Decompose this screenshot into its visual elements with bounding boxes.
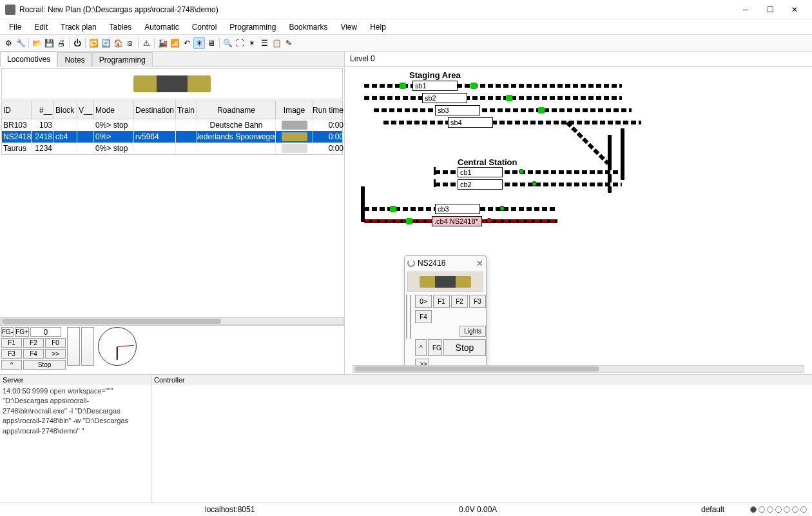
more-button[interactable]: >>	[45, 349, 66, 359]
tool-sun-icon[interactable]: ☀	[193, 37, 205, 49]
tool-search-icon[interactable]: 🔍	[222, 37, 233, 49]
tool-wrench-icon[interactable]: 🔧	[15, 37, 26, 49]
stop-button[interactable]: Stop	[23, 360, 66, 370]
block-sb3[interactable]: sb3	[435, 105, 480, 115]
col-mode[interactable]: Mode	[94, 101, 134, 119]
f3-button[interactable]: F3	[1, 349, 22, 359]
block-sb2[interactable]: sb2	[422, 93, 467, 103]
col-id[interactable]: ID	[2, 101, 32, 119]
tool-expand-icon[interactable]: ⛶	[234, 37, 246, 49]
table-row[interactable]: BR103 103 0%> stop Deutsche Bahn 0:00	[2, 119, 342, 131]
col-run[interactable]: Run time	[313, 101, 345, 119]
tool-home-icon[interactable]: 🏠	[112, 37, 124, 49]
dialog-stop-button[interactable]: Stop	[443, 339, 486, 356]
dialog-dir-button[interactable]: ^	[415, 339, 427, 356]
table-row[interactable]: NS2418 2418 cb4 0%> rv5964 Nederlands Sp…	[2, 131, 342, 143]
col-train[interactable]: Train	[176, 101, 197, 119]
col-dest[interactable]: Destination	[134, 101, 176, 119]
dialog-f4-button[interactable]: F4	[415, 310, 432, 323]
dialog-f3-button[interactable]: F3	[469, 295, 486, 308]
f2-button[interactable]: F2	[23, 338, 44, 348]
menu-edit[interactable]: Edit	[28, 21, 54, 33]
tool-monitor-icon[interactable]: 🖥	[206, 37, 217, 49]
tab-notes[interactable]: Notes	[57, 52, 92, 67]
track[interactable]	[364, 96, 622, 100]
tool-edit-icon[interactable]: ✎	[283, 37, 295, 49]
signal-icon[interactable]	[487, 218, 492, 223]
f4-button[interactable]: F4	[23, 349, 44, 359]
tool-save-icon[interactable]: 💾	[43, 37, 55, 49]
block-cb2[interactable]: cb2	[458, 179, 503, 190]
signal-icon[interactable]	[532, 181, 537, 186]
dialog-more-button[interactable]: >>	[415, 359, 429, 365]
block-sb4[interactable]: sb4	[448, 117, 493, 128]
dir-up-button[interactable]: ^	[1, 360, 22, 370]
track[interactable]	[566, 121, 610, 165]
track[interactable]	[374, 108, 632, 112]
tab-programming[interactable]: Programming	[92, 52, 153, 67]
block-cb1[interactable]: cb1	[458, 167, 503, 177]
controller-log[interactable]	[151, 385, 812, 502]
col-road[interactable]: Roadname	[197, 101, 276, 119]
tool-loco-icon[interactable]: 🚂	[157, 37, 168, 49]
col-img[interactable]: Image	[276, 101, 313, 119]
speed-slider[interactable]	[67, 327, 80, 366]
menu-tables[interactable]: Tables	[103, 21, 139, 33]
tool-power-icon[interactable]: ⏻	[72, 37, 83, 49]
block-sb1[interactable]: sb1	[412, 81, 458, 91]
switch-icon[interactable]	[470, 83, 477, 89]
switch-icon[interactable]	[400, 83, 406, 89]
tool-warning-icon[interactable]: ⚠	[140, 37, 152, 49]
plan-hscroll[interactable]	[353, 365, 804, 373]
tool-print-icon[interactable]: 🖨	[55, 37, 67, 49]
tool-wifi-icon[interactable]: 📶	[169, 37, 180, 49]
menu-help[interactable]: Help	[363, 21, 392, 33]
dialog-header[interactable]: NS2418 ✕	[405, 256, 486, 270]
dialog-fg-button[interactable]: FG	[428, 339, 442, 356]
col-v[interactable]: V__	[77, 101, 94, 119]
menu-trackplan[interactable]: Track plan	[54, 21, 103, 33]
tool-settings-icon[interactable]: ⚙	[3, 37, 14, 49]
fg-minus-button[interactable]: FG-	[1, 327, 14, 337]
tool-loop-icon[interactable]: 🔁	[88, 37, 99, 49]
f0-button[interactable]: F0	[45, 338, 66, 348]
table-hscroll[interactable]	[0, 317, 344, 325]
f1-button[interactable]: F1	[1, 338, 22, 348]
table-row[interactable]: Taurus 1234 0%> stop 0:00	[2, 143, 342, 154]
menu-control[interactable]: Control	[186, 21, 224, 33]
block-cb3[interactable]: cb3	[435, 204, 480, 214]
menu-automatic[interactable]: Automatic	[138, 21, 185, 33]
track-plan[interactable]: Staging Area sb1 sb2 sb3 sb4 Central Sta…	[345, 67, 812, 365]
switch-icon[interactable]	[390, 206, 396, 212]
tool-stop-icon[interactable]: ⦻	[124, 37, 136, 49]
tool-undo-icon[interactable]: ↶	[181, 37, 193, 49]
level-label[interactable]: Level 0	[345, 52, 812, 67]
dialog-speed-slider-2[interactable]	[410, 295, 411, 339]
signal-icon[interactable]	[519, 169, 524, 174]
block-cb4[interactable]: .cb4 NS2418*	[432, 216, 482, 226]
server-log[interactable]: 14:00:50 9999 open workspace=""" "D:\Des…	[0, 385, 151, 502]
dialog-close-button[interactable]: ✕	[476, 259, 483, 268]
switch-icon[interactable]	[406, 218, 412, 224]
fg-plus-button[interactable]: FG+	[15, 327, 29, 337]
dialog-speed-slider[interactable]	[406, 295, 407, 339]
tab-locomotives[interactable]: Locomotives	[0, 52, 57, 67]
col-block[interactable]: Block	[54, 101, 77, 119]
throttle-dialog[interactable]: NS2418 ✕ 0> F1 F2 F3	[404, 255, 487, 365]
close-button[interactable]: ✕	[782, 1, 807, 19]
tool-clipboard-icon[interactable]: 📋	[271, 37, 282, 49]
menu-view[interactable]: View	[334, 21, 363, 33]
track[interactable]	[383, 121, 641, 124]
minimize-button[interactable]: ─	[733, 1, 758, 19]
dialog-lights-button[interactable]: Lights	[459, 326, 486, 337]
signal-icon[interactable]	[499, 206, 505, 211]
dialog-f1-button[interactable]: F1	[433, 295, 450, 308]
tool-star-icon[interactable]: ✴	[246, 37, 258, 49]
dialog-f2-button[interactable]: F2	[451, 295, 468, 308]
menu-bookmarks[interactable]: Bookmarks	[282, 21, 334, 33]
track[interactable]	[361, 186, 365, 222]
col-num[interactable]: #__	[32, 101, 54, 119]
loco-table[interactable]: ID #__ Block V__ Mode Destination Train …	[1, 101, 343, 155]
maximize-button[interactable]: ☐	[758, 1, 782, 19]
switch-icon[interactable]	[506, 95, 512, 101]
